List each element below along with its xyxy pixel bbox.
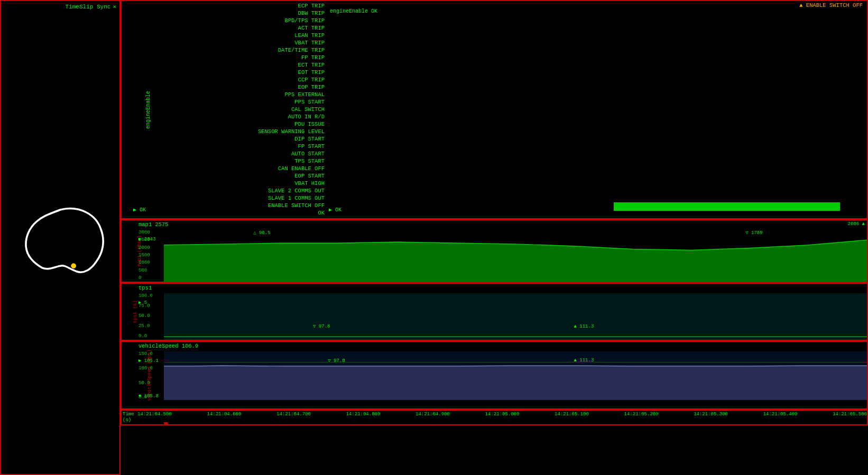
status-item: DBW TRIP bbox=[133, 10, 328, 17]
status-item: AUTO IN R/D bbox=[133, 113, 328, 120]
status-item: EOT TRIP bbox=[133, 69, 328, 76]
time-tick: 14:21:04.800 bbox=[346, 412, 381, 417]
time-tick: 14:21:04.700 bbox=[276, 412, 311, 417]
status-item: BPD/TPS TRIP bbox=[133, 17, 328, 24]
speed-svg bbox=[164, 351, 867, 400]
status-item: VBAT TRIP bbox=[133, 39, 328, 46]
status-item: PDU ISSUE bbox=[133, 120, 328, 128]
tps-marker1: ▽ 97.8 bbox=[313, 323, 330, 329]
top-section: engineEnable ECP TRIP DBW TRIP BPD/TPS T… bbox=[121, 0, 868, 219]
map-title: map1 bbox=[138, 221, 152, 228]
tps-y-axis-label: tps1 (%) bbox=[133, 300, 138, 323]
engine-enable-status: engineEnable OK bbox=[330, 8, 377, 14]
speed-value: 106.9 bbox=[182, 343, 199, 349]
tps-title: tps1 bbox=[138, 285, 152, 291]
time-axis: Time(s) 14:21:04.500 14:21:04.600 14:21:… bbox=[121, 409, 868, 425]
status-item: FP TRIP bbox=[133, 54, 328, 61]
charts-section: map1 (mBar) map1 2575 2606 ▲ ▶ 2343 3000… bbox=[121, 219, 868, 475]
map-marker1: △ 98.5 bbox=[253, 230, 270, 236]
time-tick: 14:21:05.100 bbox=[555, 412, 589, 417]
chart-area-top: ▲ ENABLE SWITCH OFF engineEnable OK ▶ OK bbox=[328, 1, 867, 218]
status-list: engineEnable ECP TRIP DBW TRIP BPD/TPS T… bbox=[122, 1, 328, 218]
tps-marker2: ▲ 111.3 bbox=[574, 324, 594, 329]
status-item: DIP START bbox=[133, 135, 328, 143]
status-item: CAL SWITCH bbox=[133, 106, 328, 113]
status-item-enable-switch: ENABLE SWITCH OFF bbox=[133, 202, 328, 209]
time-tick: 14:21:05.300 bbox=[694, 412, 728, 417]
main-layout: TimeSlip Sync ✕ engineEnable ECP TRIP DB… bbox=[0, 0, 868, 475]
engine-enable-ok: OK bbox=[371, 8, 377, 14]
status-item: SENSOR WARNING LEVEL bbox=[133, 128, 328, 135]
speed-title: vehicleSpeed bbox=[138, 343, 179, 349]
ok-label-chart: ▶ OK bbox=[329, 207, 341, 213]
track-map bbox=[1, 12, 119, 474]
status-item: CAN ENABLE OFF bbox=[133, 165, 328, 172]
status-item: LEAN TRIP bbox=[133, 32, 328, 39]
tps-left-arrow: ▶ 5 bbox=[138, 300, 147, 305]
speed-bottom-val: ▼ 105.8 bbox=[138, 394, 159, 399]
tps-chart-header: tps1 bbox=[138, 285, 152, 291]
status-item: VBAT HIGH bbox=[133, 180, 328, 187]
engine-enable-rotated: engineEnable bbox=[145, 90, 151, 128]
status-item-slave1: SLAVE 1 COMMS OUT bbox=[133, 194, 328, 202]
time-tick: 14:21:05.400 bbox=[763, 412, 798, 417]
speed-marker2: ▲ 111.3 bbox=[574, 358, 594, 363]
time-tick: 14:21:05.200 bbox=[624, 412, 659, 417]
status-item: ECT TRIP bbox=[133, 61, 328, 69]
enable-switch-off-label: ▲ ENABLE SWITCH OFF bbox=[799, 2, 863, 8]
svg-marker-1 bbox=[164, 240, 867, 282]
speed-marker1: ▽ 97.8 bbox=[328, 358, 345, 364]
status-item: TPS START bbox=[133, 157, 328, 165]
map-right-val: 2606 ▲ bbox=[848, 221, 865, 227]
chart-tps: tps1 (%) tps1 ▶ 5 98.5 100.0 75.0 50.0 2… bbox=[121, 283, 868, 341]
map-marker2: ▽ 1789 bbox=[745, 230, 762, 236]
map-value: 2575 bbox=[155, 221, 168, 228]
map-svg bbox=[164, 230, 867, 282]
time-tick: 14:21:04.500 bbox=[137, 412, 172, 417]
status-item: ECP TRIP bbox=[133, 2, 328, 10]
timeslip-sync-bar: TimeSlip Sync ✕ bbox=[1, 1, 119, 12]
map-chart-header: map1 2575 bbox=[138, 221, 168, 228]
speed-chart-header: vehicleSpeed 106.9 bbox=[138, 343, 198, 349]
close-icon[interactable]: ✕ bbox=[113, 3, 116, 10]
speed-left-val: ▶ 105.1 bbox=[138, 358, 159, 364]
status-item-slave2: SLAVE 2 COMMS OUT bbox=[133, 187, 328, 194]
track-map-svg bbox=[13, 195, 108, 291]
status-item: ACT TRIP bbox=[133, 24, 328, 32]
time-tick: 14:21:04.900 bbox=[415, 412, 450, 417]
map-left-val: ▶ 2343 bbox=[138, 236, 155, 242]
svg-rect-2 bbox=[164, 293, 867, 340]
engine-enable-label: engineEnable bbox=[330, 8, 368, 14]
svg-point-0 bbox=[71, 264, 76, 268]
svg-marker-4 bbox=[164, 366, 867, 400]
enable-switch-green-bar bbox=[614, 202, 840, 211]
status-item: PPS EXTERNAL bbox=[133, 91, 328, 98]
status-item-ok: OK bbox=[133, 209, 328, 217]
time-label: Time(s) bbox=[123, 412, 134, 423]
ok-bottom: ▶ OK bbox=[133, 207, 146, 213]
status-item: CCP TRIP bbox=[133, 76, 328, 83]
time-ticks: 14:21:04.500 14:21:04.600 14:21:04.700 1… bbox=[122, 412, 867, 417]
timeslip-sync-label: TimeSlip Sync bbox=[66, 4, 111, 10]
status-item: EOP START bbox=[133, 172, 328, 180]
tps-svg bbox=[164, 293, 867, 340]
status-item: DATE/TIME TRIP bbox=[133, 46, 328, 54]
time-tick: 14:21:05.500 bbox=[833, 412, 867, 417]
status-item: AUTO START bbox=[133, 150, 328, 157]
time-tick: 14:21:04.600 bbox=[207, 412, 242, 417]
status-item: PPS START bbox=[133, 98, 328, 106]
left-panel: TimeSlip Sync ✕ bbox=[0, 0, 121, 475]
status-item: EOP TRIP bbox=[133, 83, 328, 91]
status-item: FP START bbox=[133, 143, 328, 150]
chart-map: map1 (mBar) map1 2575 2606 ▲ ▶ 2343 3000… bbox=[121, 219, 868, 283]
scroll-indicator bbox=[164, 422, 168, 424]
enable-switch-bar-container bbox=[328, 202, 867, 211]
time-tick: 14:21:05.000 bbox=[485, 412, 520, 417]
right-panel: engineEnable ECP TRIP DBW TRIP BPD/TPS T… bbox=[121, 0, 868, 475]
chart-speed: vehicleSpeed (mph) vehicleSpeed 106.9 ▶ … bbox=[121, 341, 868, 409]
